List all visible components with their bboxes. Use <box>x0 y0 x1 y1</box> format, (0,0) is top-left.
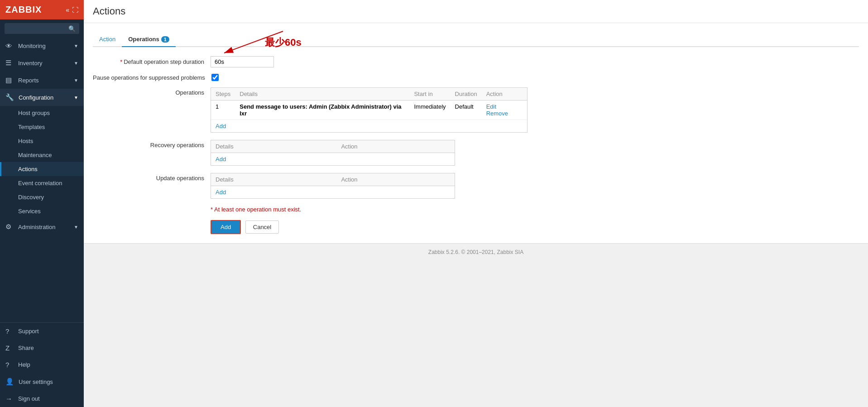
logo-icons: « ⛶ <box>66 6 78 14</box>
nav-item-inventory[interactable]: ☰ Inventory ▼ <box>0 54 84 72</box>
edit-link[interactable]: Edit <box>486 103 496 110</box>
nav-monitoring-label: Monitoring <box>18 43 69 49</box>
operations-table-wrap: Steps Details Start in Duration Action 1 <box>211 87 528 133</box>
page-title: Actions <box>93 5 859 17</box>
footer: Zabbix 5.2.6. © 2001–2021, Zabbix SIA <box>84 243 868 261</box>
annotation-chinese-text: 最少60s <box>265 36 302 49</box>
tab-operations[interactable]: Operations1 <box>122 32 176 47</box>
sidebar-item-templates[interactable]: Templates <box>0 120 84 134</box>
tab-action[interactable]: Action <box>93 32 122 47</box>
remove-link[interactable]: Remove <box>486 110 508 117</box>
sidebar-item-discovery[interactable]: Discovery <box>0 190 84 204</box>
sidebar-item-event-correlation[interactable]: Event correlation <box>0 176 84 190</box>
nav-item-configuration[interactable]: 🔧 Configuration ▼ <box>0 89 84 106</box>
update-operations-table: Details Action <box>211 173 455 186</box>
logo-area: ZABBIX « ⛶ <box>0 0 84 19</box>
recovery-add-link[interactable]: Add <box>211 153 455 165</box>
col-start-in: Start in <box>409 88 450 101</box>
form-actions: Add Cancel <box>211 220 859 234</box>
recovery-operations-label: Recovery operations <box>93 140 211 148</box>
nav-item-user-settings[interactable]: 👤 User settings <box>0 373 84 390</box>
monitoring-arrow-icon: ▼ <box>74 43 78 48</box>
operations-badge: 1 <box>161 36 169 43</box>
content-panel: Action Operations1 *Default operation st… <box>84 23 868 243</box>
nav-item-share[interactable]: Z Share <box>0 340 84 356</box>
error-message: *At least one operation must exist. <box>211 206 859 213</box>
user-settings-label: User settings <box>19 378 78 385</box>
nav-administration-label: Administration <box>18 224 69 230</box>
reports-arrow-icon: ▼ <box>74 78 78 83</box>
op-details-text: Send message to users: Admin (Zabbix Adm… <box>240 103 401 117</box>
operations-add-link[interactable]: Add <box>211 120 527 132</box>
update-table-wrap: Details Action Add <box>211 173 455 199</box>
recovery-col-details: Details <box>211 140 336 153</box>
nav-item-support[interactable]: ? Support <box>0 323 84 340</box>
support-icon: ? <box>5 327 14 335</box>
nav-reports[interactable]: ▤ Reports ▼ <box>0 72 84 89</box>
cancel-button[interactable]: Cancel <box>245 220 279 234</box>
search-area: 🔍 <box>0 19 84 38</box>
monitoring-icon: 👁 <box>5 42 14 50</box>
help-label: Help <box>18 361 78 368</box>
reports-icon: ▤ <box>5 76 14 84</box>
sidebar-bottom: ? Support Z Share ? Help 👤 User settings… <box>0 322 84 407</box>
op-details: Send message to users: Admin (Zabbix Adm… <box>235 101 409 120</box>
collapse-icon[interactable]: « <box>66 6 69 14</box>
op-start-in: Immediately <box>409 101 450 120</box>
recovery-operations-table: Details Action <box>211 140 455 153</box>
table-row: 1 Send message to users: Admin (Zabbix A… <box>211 101 527 120</box>
inventory-icon: ☰ <box>5 59 14 67</box>
pause-operations-checkbox[interactable] <box>211 74 219 81</box>
op-duration: Default <box>451 101 482 120</box>
sidebar-item-host-groups[interactable]: Host groups <box>0 106 84 120</box>
update-operations-label: Update operations <box>93 173 211 182</box>
search-icon: 🔍 <box>68 25 76 32</box>
recovery-table-wrap: Details Action Add <box>211 140 455 166</box>
nav-administration[interactable]: ⚙ Administration ▼ <box>0 218 84 235</box>
operations-table: Steps Details Start in Duration Action 1 <box>211 88 527 120</box>
col-duration: Duration <box>451 88 482 101</box>
share-label: Share <box>18 345 78 351</box>
sidebar-item-actions[interactable]: Actions <box>0 162 84 176</box>
update-operations-section: Update operations Details Action Add <box>93 173 859 199</box>
add-button[interactable]: Add <box>211 220 241 234</box>
help-icon: ? <box>5 361 14 369</box>
topbar: Actions <box>84 0 868 23</box>
sidebar-item-maintenance[interactable]: Maintenance <box>0 148 84 162</box>
col-action: Action <box>482 88 527 101</box>
recovery-col-action: Action <box>336 140 455 153</box>
inventory-arrow-icon: ▼ <box>74 61 78 66</box>
operations-section: Operations Steps Details Start in Durati… <box>93 87 859 133</box>
nav-item-sign-out[interactable]: → Sign out <box>0 390 84 407</box>
col-details: Details <box>235 88 409 101</box>
nav-inventory[interactable]: ☰ Inventory ▼ <box>0 54 84 72</box>
nav-item-administration[interactable]: ⚙ Administration ▼ <box>0 218 84 235</box>
col-steps: Steps <box>211 88 235 101</box>
nav-configuration-label: Configuration <box>19 94 69 101</box>
recovery-operations-section: Recovery operations Details Action Add <box>93 140 859 166</box>
support-label: Support <box>18 328 78 335</box>
pause-operations-row: Pause operations for suppressed problems <box>93 74 859 81</box>
nav-item-help[interactable]: ? Help <box>0 356 84 373</box>
share-icon: Z <box>5 344 14 352</box>
sidebar-item-services[interactable]: Services <box>0 204 84 218</box>
sign-out-label: Sign out <box>18 395 78 402</box>
administration-arrow-icon: ▼ <box>74 225 78 230</box>
update-add-link[interactable]: Add <box>211 186 455 198</box>
sidebar: ZABBIX « ⛶ 🔍 👁 Monitoring ▼ ☰ Inventory … <box>0 0 84 407</box>
configuration-icon: 🔧 <box>5 93 14 101</box>
nav-item-monitoring[interactable]: 👁 Monitoring ▼ <box>0 38 84 54</box>
content-area: Action Operations1 *Default operation st… <box>84 23 868 407</box>
expand-icon[interactable]: ⛶ <box>72 6 78 14</box>
user-settings-icon: 👤 <box>5 378 14 386</box>
error-star: * <box>211 206 213 213</box>
op-step: 1 <box>211 101 235 120</box>
nav-configuration: 🔧 Configuration ▼ Host groups Templates … <box>0 89 84 218</box>
nav-monitoring[interactable]: 👁 Monitoring ▼ <box>0 38 84 54</box>
sidebar-item-hosts[interactable]: Hosts <box>0 134 84 148</box>
step-duration-row: *Default operation step duration 最少60s <box>93 56 859 67</box>
nav-item-reports[interactable]: ▤ Reports ▼ <box>0 72 84 89</box>
nav-inventory-label: Inventory <box>18 60 69 67</box>
update-col-action: Action <box>336 173 455 186</box>
configuration-arrow-icon: ▼ <box>74 95 78 100</box>
